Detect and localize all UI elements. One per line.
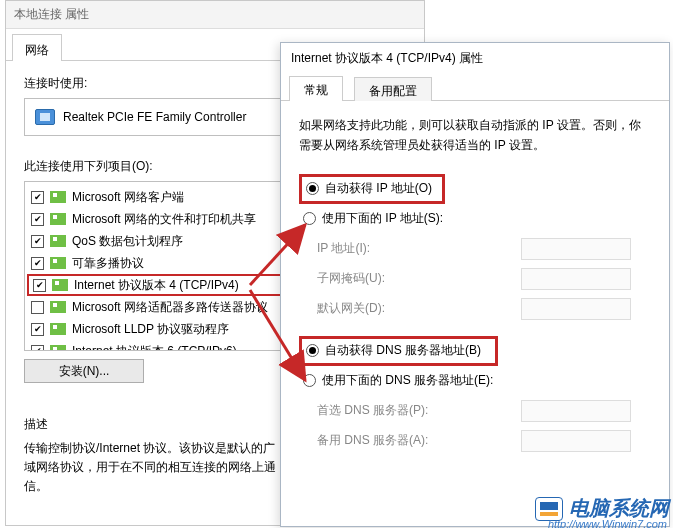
install-button[interactable]: 安装(N)... [24, 359, 144, 383]
ipv4-window-title: Internet 协议版本 4 (TCP/IPv4) 属性 [281, 43, 669, 73]
subnet-row: 子网掩码(U): [317, 264, 651, 294]
radio-label: 使用下面的 DNS 服务器地址(E): [322, 372, 493, 389]
radio-icon [303, 374, 316, 387]
field-label: 默认网关(D): [317, 300, 437, 317]
nic-icon [35, 109, 55, 125]
checkbox-icon[interactable] [31, 213, 44, 226]
component-icon [52, 279, 68, 291]
highlight-dns-auto: 自动获得 DNS 服务器地址(B) [299, 336, 498, 366]
field-label: 子网掩码(U): [317, 270, 437, 287]
radio-ip-auto[interactable]: 自动获得 IP 地址(O) [306, 178, 432, 200]
radio-dns-manual[interactable]: 使用下面的 DNS 服务器地址(E): [303, 370, 651, 392]
radio-label: 自动获得 IP 地址(O) [325, 180, 432, 197]
radio-dns-auto[interactable]: 自动获得 DNS 服务器地址(B) [306, 340, 481, 362]
ip-address-row: IP 地址(I): [317, 234, 651, 264]
dns2-field[interactable] [521, 430, 631, 452]
item-label: 可靠多播协议 [72, 255, 144, 272]
gateway-field[interactable] [521, 298, 631, 320]
radio-icon [306, 182, 319, 195]
checkbox-icon[interactable] [31, 323, 44, 336]
component-icon [50, 191, 66, 203]
item-label: Microsoft LLDP 协议驱动程序 [72, 321, 229, 338]
tab-general[interactable]: 常规 [289, 76, 343, 101]
ipv4-body: 如果网络支持此功能，则可以获取自动指派的 IP 设置。否则，你需要从网络系统管理… [281, 101, 669, 466]
watermark-url: http://www.Winwin7.com [548, 518, 667, 528]
component-icon [50, 323, 66, 335]
dns1-row: 首选 DNS 服务器(P): [317, 396, 651, 426]
field-label: 首选 DNS 服务器(P): [317, 402, 437, 419]
item-label: Internet 协议版本 4 (TCP/IPv4) [74, 277, 239, 294]
component-icon [50, 257, 66, 269]
subnet-field[interactable] [521, 268, 631, 290]
gateway-row: 默认网关(D): [317, 294, 651, 324]
watermark-icon [535, 497, 563, 521]
description-text: 传输控制协议/Internet 协议。该协议是默认的广域网络协议，用于在不同的相… [24, 439, 284, 497]
component-icon [50, 345, 66, 351]
dns1-field[interactable] [521, 400, 631, 422]
dns2-row: 备用 DNS 服务器(A): [317, 426, 651, 456]
component-icon [50, 301, 66, 313]
item-label: Microsoft 网络的文件和打印机共享 [72, 211, 256, 228]
radio-ip-manual[interactable]: 使用下面的 IP 地址(S): [303, 208, 651, 230]
info-text: 如果网络支持此功能，则可以获取自动指派的 IP 设置。否则，你需要从网络系统管理… [299, 115, 651, 156]
adapter-window-title: 本地连接 属性 [6, 1, 424, 29]
item-label: Microsoft 网络客户端 [72, 189, 184, 206]
item-label: QoS 数据包计划程序 [72, 233, 183, 250]
field-label: IP 地址(I): [317, 240, 437, 257]
item-label: Internet 协议版本 6 (TCP/IPv6) [72, 343, 237, 352]
front-tabbar: 常规 备用配置 [281, 75, 669, 101]
field-label: 备用 DNS 服务器(A): [317, 432, 437, 449]
item-label: Microsoft 网络适配器多路传送器协议 [72, 299, 268, 316]
checkbox-icon[interactable] [31, 191, 44, 204]
adapter-name: Realtek PCIe FE Family Controller [63, 110, 246, 124]
checkbox-icon[interactable] [31, 235, 44, 248]
ip-address-field[interactable] [521, 238, 631, 260]
checkbox-icon[interactable] [31, 345, 44, 352]
radio-icon [306, 344, 319, 357]
ipv4-properties-window: Internet 协议版本 4 (TCP/IPv4) 属性 常规 备用配置 如果… [280, 42, 670, 527]
highlight-ip-auto: 自动获得 IP 地址(O) [299, 174, 445, 204]
radio-icon [303, 212, 316, 225]
component-icon [50, 213, 66, 225]
tab-alternate[interactable]: 备用配置 [354, 77, 432, 101]
checkbox-icon[interactable] [31, 301, 44, 314]
radio-label: 自动获得 DNS 服务器地址(B) [325, 342, 481, 359]
component-icon [50, 235, 66, 247]
checkbox-icon[interactable] [31, 257, 44, 270]
checkbox-icon[interactable] [33, 279, 46, 292]
radio-label: 使用下面的 IP 地址(S): [322, 210, 443, 227]
tab-network[interactable]: 网络 [12, 34, 62, 61]
